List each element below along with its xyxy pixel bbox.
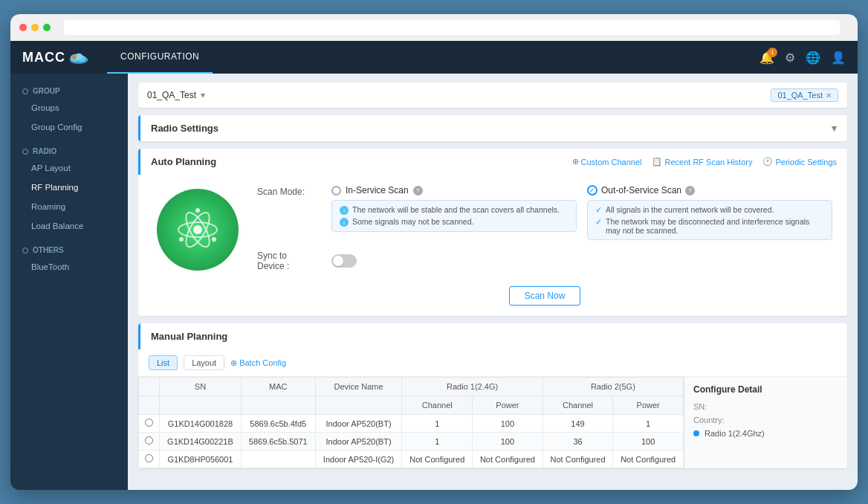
browser-address-bar[interactable]	[64, 20, 840, 35]
scan-settings: Scan Mode: In-Service Scan ?	[257, 185, 832, 306]
sync-label: Sync to Device :	[257, 251, 317, 271]
tab-layout[interactable]: Layout	[184, 355, 224, 370]
out-of-service-radio[interactable]	[587, 185, 597, 196]
auto-planning-card: Auto Planning ⊕ Custom Channel 📋 Recent …	[138, 149, 847, 316]
group-tag-close-icon[interactable]: ✕	[826, 91, 832, 100]
sidebar-item-load-balance[interactable]: Load Balance	[10, 216, 128, 236]
row-r1-power: Not Configured	[473, 450, 543, 468]
sync-toggle[interactable]	[331, 254, 357, 268]
batch-config-link[interactable]: ⊕ Batch Config	[230, 358, 286, 368]
radio-settings-header[interactable]: Radio Settings ▾	[138, 115, 847, 141]
svg-point-12	[179, 237, 184, 242]
row-r2-channel: 149	[542, 415, 613, 433]
sidebar-section-title-others: OTHERS	[10, 242, 128, 257]
user-icon[interactable]: 👤	[831, 51, 846, 65]
table-row[interactable]: G1KD8HP056001 Indoor AP520-I(G2) Not Con…	[139, 450, 684, 468]
row-radio[interactable]	[139, 415, 160, 433]
group-selector-left[interactable]: 01_QA_Test ▾	[147, 90, 205, 100]
row-r2-power: 100	[613, 433, 684, 450]
custom-channel-link[interactable]: ⊕ Custom Channel	[572, 157, 642, 167]
sidebar-item-rf-planning[interactable]: RF Planning	[10, 178, 128, 197]
scan-now-button[interactable]: Scan Now	[509, 286, 581, 306]
col-header-r2-power: Power	[613, 396, 684, 415]
group-selector-label: 01_QA_Test	[147, 90, 196, 100]
config-country-field: Country:	[693, 416, 838, 424]
globe-icon[interactable]: 🌐	[806, 51, 820, 65]
svg-point-10	[195, 208, 200, 213]
atom-bg	[157, 189, 239, 271]
row-sn: G1KD14G001828	[160, 415, 242, 433]
row-radio[interactable]	[139, 433, 160, 450]
row-r1-channel: 1	[402, 415, 473, 433]
recent-rf-label: Recent RF Scan History	[664, 158, 752, 167]
col-header-sn: SN	[160, 378, 242, 396]
auto-planning-title: Auto Planning	[151, 156, 216, 167]
dropdown-chevron-icon: ▾	[201, 90, 205, 100]
scan-mode-label: Scan Mode:	[257, 185, 317, 197]
table-row[interactable]: G1KD14G001828 5869.6c5b.4fd5 Indoor AP52…	[139, 415, 684, 433]
main-table: SN MAC Device Name Radio 1(2.4G) Radio 2…	[138, 377, 684, 468]
in-service-label: In-Service Scan	[346, 185, 409, 196]
table-row[interactable]: G1KD14G00221B 5869.6c5b.5071 Indoor AP52…	[139, 433, 684, 450]
group-selector-bar: 01_QA_Test ▾ 01_QA_Test ✕	[138, 83, 847, 108]
scan-mode-row: Scan Mode: In-Service Scan ?	[257, 185, 832, 240]
table-container: SN MAC Device Name Radio 1(2.4G) Radio 2…	[138, 377, 847, 468]
manual-toolbar: List Layout ⊕ Batch Config	[138, 349, 847, 377]
row-device-name: Indoor AP520(BT)	[315, 433, 402, 450]
out-of-service-label: Out-of-Service Scan	[601, 185, 681, 196]
recent-rf-icon: 📋	[652, 157, 662, 167]
recent-rf-link[interactable]: 📋 Recent RF Scan History	[652, 157, 752, 167]
in-service-info-text-1: The network will be stable and the scan …	[352, 205, 560, 214]
tab-list[interactable]: List	[149, 355, 178, 370]
custom-channel-icon: ⊕	[572, 157, 579, 167]
sidebar-item-bluetooth[interactable]: BlueTooth	[10, 257, 128, 277]
out-of-service-option: Out-of-Service Scan ? ✓ All signals in t…	[587, 185, 832, 240]
browser-dot-green[interactable]	[43, 24, 51, 31]
group-tag: 01_QA_Test ✕	[771, 88, 838, 102]
sidebar-item-ap-layout[interactable]: AP Layout	[10, 158, 128, 178]
in-service-header: In-Service Scan ?	[331, 185, 577, 196]
atom-animation	[153, 185, 242, 274]
config-country-label: Country:	[693, 416, 725, 424]
manual-planning-header: Manual Planning	[138, 323, 847, 349]
row-r2-channel: 36	[542, 433, 613, 450]
oos-info-text-2: The network may be disconnected and inte…	[606, 217, 824, 235]
radio-settings-collapse-icon[interactable]: ▾	[832, 123, 837, 134]
row-radio[interactable]	[139, 450, 160, 468]
config-sn-field: SN:	[693, 402, 838, 411]
auto-planning-header: Auto Planning ⊕ Custom Channel 📋 Recent …	[138, 149, 847, 175]
row-r2-channel: Not Configured	[542, 450, 613, 468]
out-of-service-info-icon[interactable]: ?	[685, 186, 695, 196]
row-r2-power: 1	[613, 415, 684, 433]
sidebar-item-group-config[interactable]: Group Config	[10, 117, 128, 137]
manual-planning-card: Manual Planning List Layout ⊕ Batch Conf…	[138, 323, 847, 468]
row-device-name: Indoor AP520(BT)	[315, 415, 402, 433]
periodic-settings-link[interactable]: 🕐 Periodic Settings	[762, 157, 837, 167]
atom-icon	[175, 207, 220, 252]
nav-configuration[interactable]: CONFIGURATION	[107, 41, 213, 74]
logo: MACC	[22, 50, 89, 65]
sidebar: GROUP Groups Group Config RADIO AP Layou…	[10, 74, 128, 490]
col-header-r1-power: Power	[473, 396, 543, 415]
browser-dot-yellow[interactable]	[31, 24, 39, 31]
col-header-check	[139, 378, 160, 396]
browser-dot-red[interactable]	[19, 24, 27, 31]
sync-row: Sync to Device :	[257, 251, 832, 271]
col-header-mac: MAC	[241, 378, 315, 396]
settings-icon[interactable]: ⚙	[785, 51, 795, 65]
batch-config-label: Batch Config	[239, 358, 286, 367]
in-service-info-icon[interactable]: ?	[413, 186, 423, 196]
content-area: 01_QA_Test ▾ 01_QA_Test ✕ Radio Settings…	[128, 74, 858, 490]
scan-options: In-Service Scan ? i The network will be …	[331, 185, 832, 240]
config-detail-title: Configure Detail	[693, 384, 838, 395]
notification-icon[interactable]: 🔔 1	[760, 51, 774, 65]
in-service-info-row-1: i The network will be stable and the sca…	[340, 205, 569, 215]
periodic-settings-icon: 🕐	[762, 157, 773, 167]
in-service-bullet-2: i	[340, 218, 349, 227]
col-header-device-name: Device Name	[315, 378, 402, 396]
col-header-r2-channel: Channel	[542, 396, 613, 415]
sidebar-item-roaming[interactable]: Roaming	[10, 197, 128, 216]
svg-point-6	[193, 225, 202, 234]
in-service-radio[interactable]	[331, 186, 341, 196]
sidebar-item-groups[interactable]: Groups	[10, 98, 128, 117]
